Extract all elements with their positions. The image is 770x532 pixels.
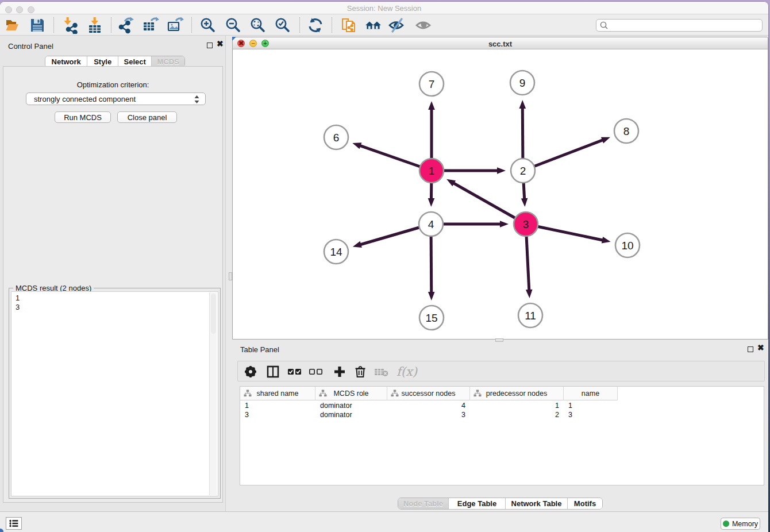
tab-network-table[interactable]: Network Table [505,498,567,509]
tab-motifs[interactable]: Motifs [567,498,602,509]
export-image-icon[interactable] [165,16,185,34]
horizontal-splitter-grip[interactable] [495,338,503,342]
delete-icon[interactable] [351,363,369,381]
hide-selected-icon[interactable] [387,16,407,34]
graph-node-label: 10 [621,240,633,252]
column-header-predecessor-nodes[interactable]: predecessor nodes [470,387,564,400]
memory-button[interactable]: Memory [721,518,760,530]
optimization-criterion-label: Optimization criterion: [3,80,222,89]
graph-node-label: 6 [333,132,340,144]
table-cell[interactable]: dominator [315,410,387,419]
zoom-in-icon[interactable] [198,16,217,34]
close-panel-icon[interactable]: ✖ [217,39,224,48]
table-cell[interactable]: 1 [564,401,618,410]
tab-node-table[interactable]: Node Table [398,498,448,509]
graph-edge-arrow [601,137,610,144]
desktop: Session: New Session [0,0,770,532]
settings-icon[interactable] [241,363,260,381]
table-cell[interactable]: 4 [387,401,470,410]
mcds-result-group: MCDS result (2 nodes) 13 [9,288,221,499]
search-icon [599,21,609,30]
graph-edge-arrow [446,179,456,186]
function-icon-glyph: f(x) [396,365,417,379]
task-history-button[interactable] [6,517,22,530]
table-cell[interactable]: 1 [470,401,564,410]
graph-node-label: 4 [428,218,434,230]
column-header-successor-nodes[interactable]: successor nodes [387,387,470,400]
deselect-all-icon[interactable] [307,363,325,381]
network-frame-titlebar[interactable]: ✖ – + scc.txt [233,37,768,49]
search-input[interactable] [609,21,762,29]
control-panel-title: Control Panel [8,42,53,51]
close-table-panel-icon[interactable]: ✖ [757,343,764,352]
table-cell[interactable]: 3 [564,410,618,419]
result-scrollbar[interactable] [209,292,217,495]
vertical-splitter-grip[interactable] [229,272,232,280]
graph-node-label: 7 [429,78,435,90]
zoom-out-icon[interactable] [223,16,242,34]
float-panel-icon[interactable] [207,43,213,48]
column-header-mcds-role[interactable]: MCDS role [315,387,387,400]
tab-edge-table[interactable]: Edge Table [448,498,505,509]
window-titlebar: Session: New Session [0,2,768,14]
column-header-label: MCDS role [333,390,368,398]
table-panel: Table Panel ✖ [232,343,768,511]
window-title: Session: New Session [0,4,768,13]
show-hidden-icon[interactable] [414,16,433,34]
save-session-icon[interactable] [28,16,47,34]
column-header-label: shared name [257,390,299,398]
list-icon [9,519,18,527]
column-header-name[interactable]: name [564,387,618,400]
graph-edge-arrow [497,167,506,174]
criterion-select[interactable]: strongly connected component [26,92,206,105]
close-panel-button[interactable]: Close panel [117,111,177,123]
select-all-icon[interactable] [286,363,304,381]
columns-icon[interactable] [264,363,282,381]
graph-node-label: 8 [623,125,630,137]
search-box [596,19,763,32]
graph-node-label: 3 [523,218,529,230]
result-scrollbar-thumb[interactable] [211,294,216,334]
apply-layout-icon[interactable] [306,16,325,34]
duplicate-network-icon[interactable] [339,16,359,34]
graph-node-label: 14 [330,246,342,258]
graph-node-label: 1 [429,165,435,177]
graph-edge-arrow [352,142,361,149]
table-header-row: shared nameMCDS rolesuccessor nodesprede… [240,387,618,400]
mcds-result-value: 3 [16,303,218,312]
graph-node-label: 11 [525,310,536,322]
table-cell[interactable]: 2 [470,410,564,419]
column-header-label: name [582,390,599,398]
mcds-result-text[interactable]: 13 [11,291,218,496]
graph-node-label: 15 [425,312,437,324]
show-all-icon[interactable] [364,16,383,34]
delete-table-icon[interactable] [372,363,391,381]
import-table-icon[interactable] [85,16,105,34]
graph-edge-arrow [519,100,526,109]
network-graph-canvas[interactable]: 1234678910111415 [233,49,768,339]
float-table-panel-icon[interactable] [748,346,753,352]
import-network-icon[interactable] [60,16,80,34]
column-header-shared-name[interactable]: shared name [240,387,315,400]
zoom-fit-icon[interactable] [248,16,267,34]
shared-column-icon [244,390,252,397]
table-panel-title: Table Panel [240,345,279,354]
export-network-icon[interactable] [116,16,136,34]
graph-edge-2-8[interactable] [523,140,603,171]
table-cell[interactable]: 3 [387,410,470,419]
graph-edge-arrow [428,292,435,300]
table-cell[interactable]: dominator [315,401,387,410]
table-cell[interactable]: 3 [240,410,315,419]
add-icon[interactable] [330,363,349,381]
graph-edge-arrow [353,241,362,248]
zoom-selected-icon[interactable] [272,16,292,34]
open-file-icon[interactable] [3,16,22,34]
export-table-icon[interactable] [141,16,160,34]
status-bar: Memory [0,511,768,532]
table-panel-tabs: Node TableEdge TableNetwork TableMotifs [398,498,603,510]
function-icon[interactable]: f(x) [394,363,419,381]
graph-edge-arrow [526,290,533,298]
run-mcds-button[interactable]: Run MCDS [55,111,111,123]
table-cell[interactable]: 1 [240,401,315,410]
graph-edge-arrow [500,221,509,228]
